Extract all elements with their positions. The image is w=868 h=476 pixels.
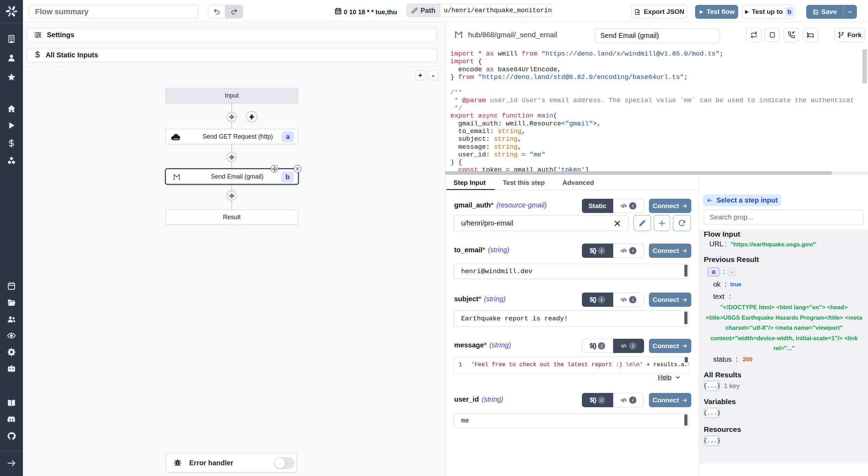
svg-text:HTTP: HTTP <box>173 138 178 140</box>
